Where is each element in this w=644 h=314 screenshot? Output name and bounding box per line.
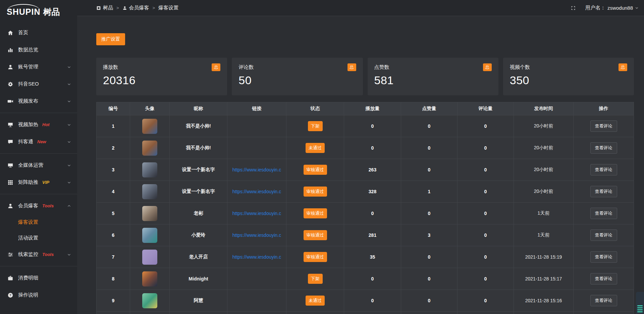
view-comments-button[interactable]: 查看评论 (590, 120, 617, 132)
view-comments-button[interactable]: 查看评论 (590, 295, 617, 306)
support-widget[interactable] (636, 292, 644, 314)
sidebar-item-label: 账号管理 (18, 64, 38, 70)
view-comments-button[interactable]: 查看评论 (590, 229, 617, 241)
sidebar-item-矩阵助推[interactable]: 矩阵助推 VIP (0, 174, 77, 191)
sidebar-item-首页[interactable]: 首页 (0, 24, 77, 41)
cell-plays (344, 312, 401, 314)
avatar (142, 293, 157, 308)
breadcrumb-section[interactable]: 会员爆客 (122, 5, 149, 11)
cell-likes: 3 (401, 224, 458, 246)
cell-comments: 0 (458, 290, 514, 312)
table-header-row: 编号 头像 昵称 链接 状态 播放量 点赞量 评论量 发布时间 操作 (97, 102, 634, 115)
user-icon (7, 64, 13, 70)
sidebar-item-视频发布[interactable]: 视频发布 (0, 93, 77, 110)
video-link[interactable]: https://www.iesdouyin.c (232, 189, 281, 194)
question-icon: ? (7, 292, 13, 298)
sidebar-item-账号管理[interactable]: 账号管理 (0, 58, 77, 75)
sidebar-item-操作说明[interactable]: ? 操作说明 (0, 286, 77, 304)
cell-publish-time: 1天前 (514, 224, 574, 246)
video-link[interactable]: https://www.iesdouyin.c (232, 211, 281, 216)
cell-plays: 328 (344, 181, 401, 203)
sidebar-item-抖音SEO[interactable]: 抖音SEO (0, 75, 77, 93)
cell-comments: 0 (458, 159, 514, 181)
view-comments-button[interactable]: 查看评论 (590, 251, 617, 263)
breadcrumb-label: 树品 (103, 5, 113, 11)
cell-id: 9 (97, 290, 130, 312)
sidebar-item-label: 操作说明 (18, 292, 38, 298)
sidebar-item-会员爆客[interactable]: 会员爆客 Tools (0, 197, 77, 214)
cell-nickname (170, 312, 227, 314)
table-header-评论量: 评论量 (458, 102, 514, 115)
panel-icon (96, 6, 101, 10)
view-comments-button[interactable]: 查看评论 (590, 208, 617, 219)
table-header-状态: 状态 (286, 102, 344, 115)
video-link[interactable]: https://www.iesdouyin.c (232, 232, 281, 238)
stat-card: 评论数 总 50 (232, 58, 363, 95)
status-badge[interactable]: 未通过 (306, 143, 325, 153)
view-comments-button[interactable]: 查看评论 (590, 164, 617, 175)
sidebar-item-消费明细[interactable]: 消费明细 (0, 269, 77, 286)
avatar (142, 162, 157, 177)
cell-publish-time: 20小时前 (514, 159, 574, 181)
sidebar-item-label: 视频加热 (18, 121, 38, 128)
status-badge[interactable]: 审核通过 (304, 208, 327, 218)
cell-plays: 0 (344, 115, 401, 137)
cell-publish-time: 1天前 (514, 203, 574, 224)
video-link[interactable]: https://www.iesdouyin.c (232, 254, 281, 260)
view-comments-button[interactable]: 查看评论 (590, 186, 617, 197)
sidebar-item-数据总览[interactable]: 数据总览 (0, 41, 77, 58)
sidebar-item-全媒体运营[interactable]: 全媒体运营 (0, 157, 77, 174)
breadcrumb-separator: > (116, 5, 119, 10)
sidebar-subitem-活动设置[interactable]: 活动设置 (0, 230, 77, 246)
table-header-播放量: 播放量 (344, 102, 401, 115)
breadcrumb-label: 会员爆客 (129, 5, 149, 11)
cell-likes: 0 (401, 203, 458, 224)
breadcrumb-home[interactable]: 树品 (96, 5, 113, 11)
cell-nickname: 老彬 (170, 203, 227, 224)
sidebar-item-抖客通[interactable]: 抖客通 New (0, 133, 77, 150)
sidebar-subitem-爆客设置[interactable]: 爆客设置 (0, 214, 77, 230)
video-link[interactable]: https://www.iesdouyin.c (232, 167, 281, 172)
status-badge[interactable]: 审核通过 (304, 187, 327, 197)
chevron-down-icon (67, 180, 71, 185)
table-row (97, 312, 634, 314)
sidebar-divider (0, 153, 77, 154)
view-comments-button[interactable]: 查看评论 (590, 142, 617, 154)
breadcrumb-separator: > (153, 5, 155, 10)
stat-card: 视频个数 总 350 (503, 58, 634, 95)
cell-publish-time: 20小时前 (514, 181, 574, 203)
table-header-编号: 编号 (97, 102, 130, 115)
table-row: 2 我不是小帅! 未通过 0 0 0 20小时前 查看评论 (97, 137, 634, 159)
sidebar: SHUPIN 树品 首页 数据总览 账号管理 抖音SEO (0, 0, 77, 314)
promotion-settings-button[interactable]: 推广设置 (96, 33, 125, 45)
avatar (142, 141, 157, 156)
view-comments-button[interactable]: 查看评论 (590, 273, 617, 284)
sidebar-item-线索监控[interactable]: 线索监控 Tools (0, 246, 77, 263)
sidebar-item-tag: New (37, 139, 46, 144)
sidebar-subitem-label: 爆客设置 (18, 219, 38, 225)
sidebar-item-视频加热[interactable]: 视频加热 Hot (0, 116, 77, 133)
table-row: 1 我不是小帅! 下架 0 0 0 20小时前 查看评论 (97, 115, 634, 137)
chevron-down-icon (67, 65, 71, 69)
total-badge: 总 (619, 63, 627, 71)
user-menu[interactable]: 用户名：zswodun88 (585, 5, 639, 11)
status-badge[interactable]: 下架 (308, 274, 323, 284)
status-badge[interactable]: 审核通过 (304, 165, 327, 175)
sidebar-item-label: 矩阵助推 (18, 179, 38, 186)
status-badge[interactable]: 未通过 (306, 296, 325, 306)
sidebar-item-tag: VIP (42, 180, 49, 185)
status-badge[interactable]: 审核通过 (304, 230, 327, 240)
fullscreen-icon[interactable] (571, 5, 576, 11)
stat-card-value: 20316 (103, 74, 220, 87)
total-badge: 总 (483, 63, 492, 71)
cell-id: 8 (97, 268, 130, 290)
sidebar-item-label: 线索监控 (18, 251, 38, 258)
app-logo[interactable]: SHUPIN 树品 (0, 0, 77, 19)
cell-plays: 0 (344, 290, 401, 312)
sidebar-item-label: 全媒体运营 (18, 162, 43, 168)
stat-cards: 播放数 总 20316 评论数 总 50 点赞数 总 581 视频个数 总 35… (96, 58, 634, 95)
status-badge[interactable]: 下架 (308, 121, 323, 131)
gear-icon (7, 81, 13, 87)
status-badge[interactable]: 审核通过 (304, 252, 327, 262)
cell-publish-time: 2021-11-28 15:17 (514, 268, 574, 290)
